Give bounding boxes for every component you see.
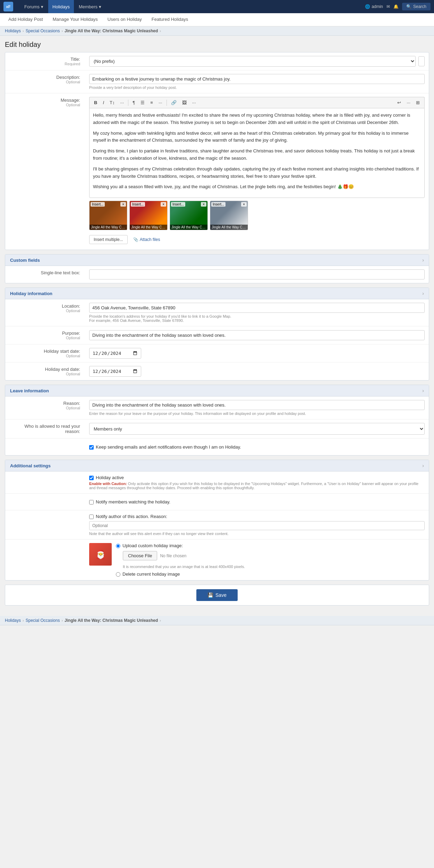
- nav-forums[interactable]: Forums ▾: [20, 0, 48, 13]
- end-date-input[interactable]: [89, 366, 141, 377]
- reason-row: Reason: Optional Enter the reason for yo…: [5, 397, 429, 419]
- leave-info-header[interactable]: Leave information ›: [5, 385, 429, 397]
- upload-image-field: 🎅 Upload custom holiday image: Choose Fi…: [85, 540, 429, 580]
- image-delete-3[interactable]: ×: [201, 202, 206, 207]
- breadcrumb-holidays[interactable]: Holidays: [5, 28, 21, 33]
- bottom-breadcrumb-holidays[interactable]: Holidays: [5, 618, 21, 623]
- start-date-label: Holiday start date: Optional: [5, 344, 85, 362]
- nav-right: 🌐 admin ✉ 🔔 🔍 Search: [365, 3, 431, 10]
- image-label-4: Jingle All the Way Christ...: [210, 225, 248, 230]
- holiday-active-checkbox[interactable]: [89, 476, 94, 480]
- notify-members-check-label[interactable]: Notify members watching the holiday.: [89, 499, 425, 504]
- nav-items: Forums ▾ Holidays Members ▾: [20, 0, 365, 13]
- toolbar-bold[interactable]: B: [92, 99, 100, 107]
- image-thumb-2[interactable]: Insert... × Jingle All the Way Christ...: [129, 201, 168, 230]
- nav-members[interactable]: Members ▾: [75, 0, 105, 13]
- purpose-input[interactable]: [89, 330, 425, 340]
- enable-with-caution-label: Enable with Caution:: [89, 482, 127, 486]
- single-line-input[interactable]: [89, 269, 425, 279]
- who-can-read-field: Members only Everyone Nobody: [85, 419, 429, 438]
- toolbar-more-4[interactable]: ···: [404, 99, 413, 107]
- title-input[interactable]: [418, 56, 425, 66]
- subnav-users-on-holiday[interactable]: Users on Holiday: [103, 13, 147, 26]
- toolbar-undo[interactable]: ↩: [395, 99, 403, 107]
- delete-image-text: Delete current holiday image: [122, 571, 180, 577]
- toolbar-image[interactable]: 🖼: [180, 99, 189, 107]
- subnav-featured-holidays[interactable]: Featured Holidays: [147, 13, 193, 26]
- image-thumb-1[interactable]: Insert... × Jingle All the Way Christ...: [89, 201, 127, 230]
- delete-image-radio[interactable]: [116, 572, 120, 577]
- holiday-active-check-label[interactable]: Holiday active: [89, 475, 425, 480]
- image-insert-3[interactable]: Insert...: [171, 202, 185, 207]
- who-can-read-row: Who is allowed to read your reason: Memb…: [5, 419, 429, 439]
- bottom-breadcrumb-special[interactable]: Special Occasions: [26, 618, 60, 623]
- delete-image-check-label[interactable]: Delete current holiday image: [116, 571, 245, 577]
- keep-emails-checkbox[interactable]: [89, 445, 94, 450]
- holiday-info-header[interactable]: Holiday information ›: [5, 288, 429, 299]
- breadcrumb-sep-2: ›: [61, 29, 63, 33]
- image-thumb-3[interactable]: Insert... × Jingle All the Way Christ...: [170, 201, 208, 230]
- toolbar-list[interactable]: ☰: [138, 99, 147, 107]
- save-label: Save: [215, 592, 227, 598]
- upload-image-check-label[interactable]: Upload custom holiday image:: [116, 543, 245, 548]
- toolbar-align[interactable]: ≡: [148, 99, 155, 107]
- editor-area[interactable]: Hello, merry friends and festive enthusi…: [89, 108, 425, 198]
- reason-field: Enter the reason for your leave or the p…: [85, 397, 429, 419]
- image-thumb-4[interactable]: Insert... × Jingle All the Way Christ...: [210, 201, 248, 230]
- toolbar-more-1[interactable]: ···: [118, 99, 126, 107]
- reason-input[interactable]: [89, 400, 425, 410]
- notify-members-row: Notify members watching the holiday.: [5, 494, 429, 510]
- who-can-read-select[interactable]: Members only Everyone Nobody: [89, 423, 425, 435]
- breadcrumb-special-occasions[interactable]: Special Occasions: [26, 28, 60, 33]
- toolbar-text-size[interactable]: T↕: [107, 99, 117, 107]
- holiday-active-label-spacer: [5, 471, 85, 493]
- notify-members-field: Notify members watching the holiday.: [85, 494, 429, 510]
- location-input[interactable]: [89, 303, 425, 313]
- image-insert-4[interactable]: Insert...: [211, 202, 225, 207]
- description-input[interactable]: [89, 74, 425, 84]
- top-navigation: xF Forums ▾ Holidays Members ▾ 🌐 admin ✉: [0, 0, 434, 13]
- image-insert-2[interactable]: Insert...: [131, 202, 145, 207]
- subnav-add-holiday[interactable]: Add Holiday Post: [3, 13, 48, 26]
- prefix-select[interactable]: (No prefix): [89, 56, 416, 67]
- notify-author-check-label[interactable]: Notify author of this action. Reason:: [89, 514, 425, 519]
- save-button[interactable]: 💾 Save: [196, 589, 238, 601]
- notify-author-checkbox[interactable]: [89, 515, 94, 519]
- messages-link[interactable]: ✉: [386, 4, 390, 9]
- upload-image-radio[interactable]: [116, 544, 120, 548]
- image-delete-1[interactable]: ×: [120, 202, 126, 207]
- title-row-inner: (No prefix): [89, 56, 425, 67]
- logo-icon: xF: [3, 2, 13, 11]
- choose-file-button[interactable]: Choose File: [123, 551, 157, 560]
- attach-files-button[interactable]: 📎 Attach files: [130, 235, 163, 244]
- nav-holidays[interactable]: Holidays: [48, 0, 74, 13]
- keep-emails-check-label[interactable]: Keep sending emails and alert notificati…: [89, 444, 425, 450]
- toolbar-more-2[interactable]: ···: [156, 99, 165, 107]
- image-delete-2[interactable]: ×: [161, 202, 166, 207]
- start-date-input[interactable]: [89, 348, 141, 359]
- who-can-read-label: Who is allowed to read your reason:: [5, 419, 85, 438]
- search-label: Search: [413, 4, 426, 9]
- toolbar-italic[interactable]: I: [100, 99, 107, 107]
- insert-multiple-button[interactable]: Insert multiple...: [89, 235, 128, 244]
- toolbar-link[interactable]: 🔗: [169, 99, 179, 107]
- toolbar-paragraph[interactable]: ¶: [130, 99, 137, 107]
- custom-fields-header[interactable]: Custom fields ›: [5, 254, 429, 266]
- toolbar-expand[interactable]: ⊞: [414, 99, 422, 107]
- toolbar-more-3[interactable]: ···: [190, 99, 198, 107]
- subnav-manage-holidays[interactable]: Manage Your Holidays: [48, 13, 103, 26]
- search-button[interactable]: 🔍 Search: [402, 3, 431, 10]
- custom-fields-section: Custom fields › Single-line text box:: [5, 254, 429, 283]
- admin-link[interactable]: 🌐 admin: [365, 4, 383, 9]
- notify-reason-input[interactable]: [89, 521, 425, 530]
- alerts-link[interactable]: 🔔: [393, 4, 399, 9]
- globe-icon: 🌐: [365, 4, 370, 9]
- image-insert-1[interactable]: Insert...: [91, 202, 105, 207]
- additional-settings-header[interactable]: Additional settings ›: [5, 460, 429, 471]
- notify-members-checkbox[interactable]: [89, 500, 94, 504]
- leave-info-section: Leave information › Reason: Optional Ent…: [5, 385, 429, 456]
- title-required: Required: [10, 62, 80, 66]
- toolbar-sep-1: [128, 100, 128, 106]
- image-delete-4[interactable]: ×: [241, 202, 247, 207]
- image-label-1: Jingle All the Way Christ...: [90, 225, 127, 230]
